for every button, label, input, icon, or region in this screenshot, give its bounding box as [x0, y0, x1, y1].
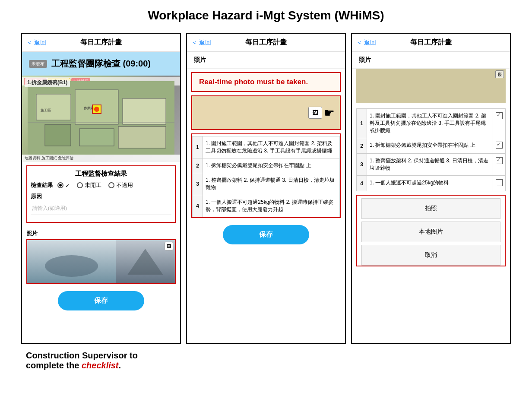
checklist-row-2: 2 1. 拆卸棚架必佩戴雙尾扣安全帶扣在牢固點 上: [193, 158, 340, 173]
inspection-title: 工程監督檢查結果: [31, 170, 171, 178]
photo-section-1: 照片: [22, 226, 180, 288]
cursor-icon: ☛: [324, 106, 335, 120]
checklist-table-2: 1 1. 圍封施工範圍，其他工人不可進入圍封範圍 2. 架料及工具切勿擺放在危險…: [192, 136, 340, 217]
checklist-table-3: 1 1. 圍封施工範圍，其他工人不可進入圍封範圍 2. 架料及工具切勿擺放在危險…: [356, 108, 506, 191]
page-title: Workplace Hazard i-Mgt System (WHiMS): [9, 9, 523, 22]
photo-label-1: 照片: [26, 230, 176, 238]
photo-upload-area[interactable]: 🖼 ☛: [191, 95, 341, 130]
radio-dot-na: [108, 182, 114, 188]
row-num-1: 1: [193, 136, 203, 158]
svg-rect-16: [356, 69, 506, 103]
cancel-button[interactable]: 取消: [361, 245, 500, 266]
row-num-3: 3: [193, 173, 203, 195]
s3-checkbox-cell-4[interactable]: [493, 176, 506, 191]
radio-dot-check: [57, 182, 63, 188]
checkbox-checked[interactable]: [496, 157, 503, 164]
reason-input[interactable]: 請輸入(如適用): [31, 202, 171, 215]
task-title: 工程監督團隊檢查 (09:00): [51, 58, 151, 70]
s3-checkbox-cell-2[interactable]: [493, 138, 506, 154]
screen3-back-button[interactable]: ＜ 返回: [356, 39, 376, 47]
screen2-photo-section: 🖼 ☛: [187, 95, 345, 133]
action-buttons-container: 拍照 本地图片 取消: [356, 195, 506, 266]
check-result-row: 檢查結果 ✓ 未開工 不適用: [31, 181, 171, 189]
s3-checkbox-cell-1[interactable]: [493, 109, 506, 138]
s3-row-text-4: 1. 一個人搬運不可超過25kg的物料: [367, 176, 493, 191]
screen3-checklist-wrapper: 1 1. 圍封施工範圍，其他工人不可進入圍封範圍 2. 架料及工具切勿擺放在危險…: [356, 107, 506, 191]
screen3-map-preview: [356, 69, 506, 103]
radio-not-started[interactable]: 未開工: [77, 181, 101, 189]
reason-label: 原因: [31, 193, 171, 200]
bottom-annotation: Construction Supervisor to complete the …: [9, 351, 523, 370]
radio-na[interactable]: 不適用: [108, 181, 133, 189]
svg-rect-5: [79, 129, 114, 146]
local-photo-button[interactable]: 本地图片: [361, 222, 500, 242]
screen3-photo-area: 🖼: [356, 69, 506, 103]
svg-point-11: [94, 107, 99, 112]
annotation-line2: complete the checklist.: [26, 361, 523, 370]
svg-rect-4: [45, 124, 71, 146]
row-text-1: 1. 圍封施工範圍，其他工人不可進入圍封範圍 2. 架料及工具切勿擺放在危險邊沿…: [203, 136, 340, 158]
task-banner: 未發布 工程監督團隊檢查 (09:00): [22, 52, 180, 76]
s3-row-num-4: 4: [357, 176, 367, 191]
screens-container: ＜ 返回 每日工序計畫 未發布 工程監督團隊檢查 (09:00) 未確認上限 附…: [9, 33, 523, 344]
s3-row-text-2: 1. 拆卸棚架必佩戴雙尾扣安全帶扣在牢固點 上: [367, 138, 493, 154]
screen2-save-button[interactable]: 保存: [223, 225, 309, 244]
screen3-photo-icon[interactable]: 🖼: [495, 70, 504, 78]
screen1-title: 每日工序計畫: [80, 38, 122, 47]
check-label: 檢查結果: [31, 181, 53, 189]
photo-add-icon[interactable]: 🖼: [165, 242, 173, 250]
screen3-header: ＜ 返回 每日工序計畫: [352, 34, 510, 52]
screen1-back-button[interactable]: ＜ 返回: [26, 39, 46, 47]
radio-dot-not-started: [77, 182, 83, 188]
photo-upload-icon[interactable]: 🖼: [308, 107, 322, 119]
annotation-prefix: complete the: [26, 361, 82, 370]
s3-row-text-3: 1. 整齊擺放架料 2. 保持通道暢通 3. 日清日檢，清走垃圾雜物: [367, 154, 493, 176]
take-photo-button[interactable]: 拍照: [361, 198, 500, 219]
screen1-header: ＜ 返回 每日工序計畫: [22, 34, 180, 52]
screen1-save-button[interactable]: 保存: [58, 291, 144, 310]
realtime-callout: Real-time photo must be taken.: [191, 72, 341, 92]
screen-2: ＜ 返回 每日工序計畫 照片 Real-time photo must be t…: [186, 33, 346, 344]
checkbox-checked[interactable]: [496, 112, 503, 119]
photo-preview: 🖼: [27, 240, 175, 283]
svg-point-13: [45, 255, 98, 277]
screen3-checklist-row-2: 2 1. 拆卸棚架必佩戴雙尾扣安全帶扣在牢固點 上: [357, 138, 506, 154]
row-num-2: 2: [193, 158, 203, 173]
screen2-header: ＜ 返回 每日工序計畫: [187, 34, 345, 52]
screen2-back-button[interactable]: ＜ 返回: [191, 39, 211, 47]
row-text-3: 1. 整齊擺放架料 2. 保持通道暢通 3. 日清日檢，清走垃圾雜物: [203, 173, 340, 195]
svg-rect-6: [118, 127, 166, 148]
screen3-checklist-row-3: 3 1. 整齊擺放架料 2. 保持通道暢通 3. 日清日檢，清走垃圾雜物: [357, 154, 506, 176]
screen3-checklist-row-4: 4 1. 一個人搬運不可超過25kg的物料: [357, 176, 506, 191]
photo-upload-box: 🖼: [26, 239, 176, 284]
checklist-row-4: 4 1. 一個人搬運不可超過25kg的物料 2. 搬運時保持正確姿勢，背部挺直，…: [193, 195, 340, 217]
screen-3: ＜ 返回 每日工序計畫 照片 🖼 1 1. 圍封施工範圍，其他工人不可進入圍封範…: [351, 33, 511, 344]
screen2-title: 每日工序計畫: [245, 38, 287, 47]
map-visual: 未確認上限 附近已有確 支持以行 施工區: [22, 76, 180, 162]
row-text-2: 1. 拆卸棚架必佩戴雙尾扣安全帶扣在牢固點 上: [203, 158, 340, 173]
s3-checkbox-cell-3[interactable]: [493, 154, 506, 176]
annotation-checklist: checklist: [82, 361, 119, 370]
checkbox-checked[interactable]: [496, 142, 503, 149]
s3-row-num-1: 1: [357, 109, 367, 138]
row-num-4: 4: [193, 195, 203, 217]
task-map-area: 未確認上限 附近已有確 支持以行 施工區: [22, 76, 180, 162]
checklist-row-1: 1 1. 圍封施工範圍，其他工人不可進入圍封範圍 2. 架料及工具切勿擺放在危險…: [193, 136, 340, 158]
photo-thumb-1: [27, 240, 116, 283]
checkbox-unchecked[interactable]: [496, 179, 503, 186]
screen3-title: 每日工序計畫: [410, 38, 452, 47]
checklist-row-3: 3 1. 整齊擺放架料 2. 保持通道暢通 3. 日清日檢，清走垃圾雜物: [193, 173, 340, 195]
radio-check[interactable]: ✓: [57, 182, 70, 189]
inspection-section: 工程監督檢查結果 檢查結果 ✓ 未開工 不適用: [26, 165, 176, 223]
radio-group[interactable]: ✓ 未開工 不適用: [57, 181, 133, 189]
s3-row-num-2: 2: [357, 138, 367, 154]
annotation-suffix: .: [119, 361, 121, 370]
screen3-checklist-row-1: 1 1. 圍封施工範圍，其他工人不可進入圍封範圍 2. 架料及工具切勿擺放在危險…: [357, 109, 506, 138]
screen3-photo-label: 照片: [352, 52, 510, 69]
screen2-photo-label: 照片: [187, 52, 345, 69]
annotation-line1: Construction Supervisor to: [26, 351, 523, 361]
task-badge: 未發布: [29, 60, 47, 68]
svg-text:施工區: 施工區: [41, 108, 51, 112]
svg-rect-3: [123, 98, 166, 124]
realtime-text: Real-time photo must be taken.: [199, 77, 333, 87]
